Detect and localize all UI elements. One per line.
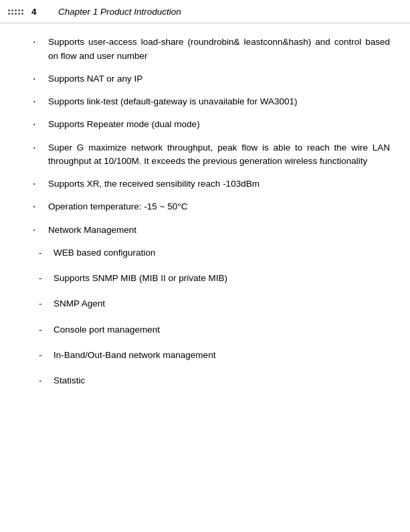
- dot: [8, 9, 10, 11]
- dash-symbol: -: [39, 297, 54, 311]
- bullet-symbol: •: [33, 35, 48, 46]
- dash-item: -Supports SNMP MIB (MIB II or private MI…: [33, 272, 390, 285]
- bullet-item: •Operation temperature: -15 ~ 50°C: [33, 200, 390, 213]
- page-header: 4 Chapter 1 Product Introduction: [0, 0, 410, 23]
- bullet-symbol: •: [33, 200, 48, 211]
- bullet-text: Super G maximize network throughput, pea…: [48, 141, 390, 169]
- dot: [15, 13, 17, 15]
- bullet-symbol: •: [33, 177, 48, 188]
- dash-item: -Statistic: [33, 374, 390, 387]
- dot: [18, 9, 20, 11]
- bullet-text: Operation temperature: -15 ~ 50°C: [48, 200, 390, 213]
- bullet-list: •Supports user-access load-share (roundr…: [33, 35, 390, 237]
- chapter-title: Chapter 1 Product Introduction: [58, 5, 181, 19]
- page-content: •Supports user-access load-share (roundr…: [0, 23, 410, 412]
- bullet-item: •Supports Repeater mode (dual mode): [33, 118, 390, 131]
- bullet-text: Supports link-test (default-gateway is u…: [48, 95, 390, 108]
- dash-text: Supports SNMP MIB (MIB II or private MIB…: [54, 272, 390, 285]
- bullet-item: •Supports link-test (default-gateway is …: [33, 95, 390, 108]
- dash-symbol: -: [39, 246, 54, 260]
- dash-item: -SNMP Agent: [33, 297, 390, 311]
- dash-text: Statistic: [54, 374, 390, 387]
- bullet-text: Supports user-access load-share (roundro…: [48, 35, 390, 63]
- bullet-item: •Supports user-access load-share (roundr…: [33, 35, 390, 63]
- header-decoration: [8, 9, 23, 15]
- dash-symbol: -: [39, 323, 54, 337]
- dash-item: -WEB based configuration: [33, 246, 390, 260]
- dot: [11, 13, 13, 15]
- bullet-symbol: •: [33, 118, 48, 128]
- dot: [11, 9, 13, 11]
- bullet-symbol: •: [33, 224, 48, 234]
- bullet-item: •Supports NAT or any IP: [33, 72, 390, 86]
- bullet-symbol: •: [33, 95, 48, 106]
- dot: [18, 13, 20, 15]
- bullet-text: Supports XR, the received sensibility re…: [48, 177, 390, 191]
- bullet-text: Network Management: [48, 224, 390, 237]
- dot: [15, 9, 17, 11]
- bullet-item: •Supports XR, the received sensibility r…: [33, 177, 390, 191]
- dash-list: -WEB based configuration-Supports SNMP M…: [33, 246, 390, 388]
- header-left: 4 Chapter 1 Product Introduction: [8, 5, 181, 19]
- dot: [8, 13, 10, 15]
- dash-text: Console port management: [54, 323, 390, 337]
- dash-symbol: -: [39, 272, 54, 285]
- dot: [21, 13, 23, 15]
- dash-text: In-Band/Out-Band network management: [54, 349, 390, 362]
- bullet-symbol: •: [33, 141, 48, 152]
- bullet-text: Supports NAT or any IP: [48, 72, 390, 86]
- dash-symbol: -: [39, 374, 54, 387]
- dash-item: -In-Band/Out-Band network management: [33, 349, 390, 362]
- page-number: 4: [31, 5, 43, 19]
- bullet-text: Supports Repeater mode (dual mode): [48, 118, 390, 131]
- dash-symbol: -: [39, 349, 54, 362]
- bullet-item: •Super G maximize network throughput, pe…: [33, 141, 390, 169]
- bullet-item: •Network Management: [33, 224, 390, 237]
- dot: [21, 9, 23, 11]
- dash-text: SNMP Agent: [54, 297, 390, 311]
- dash-item: -Console port management: [33, 323, 390, 337]
- dash-text: WEB based configuration: [54, 246, 390, 260]
- bullet-symbol: •: [33, 72, 48, 83]
